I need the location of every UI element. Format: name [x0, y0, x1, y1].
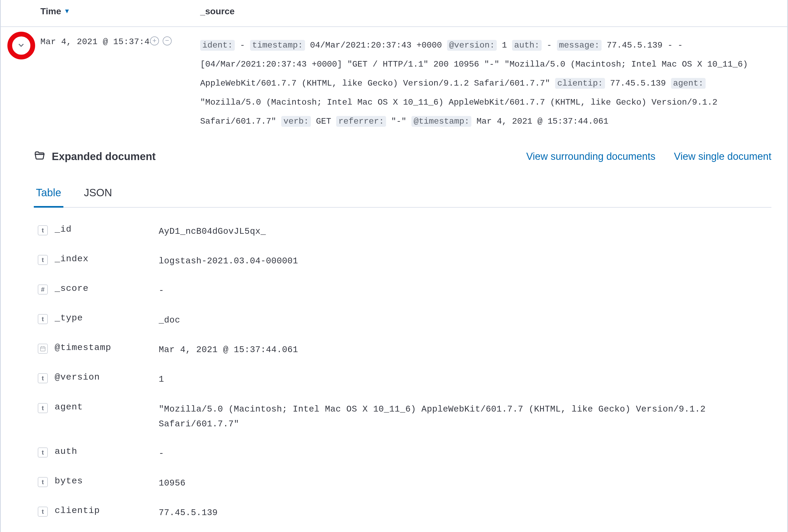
- field-value: AyD1_ncB04dGovJL5qx_: [159, 224, 771, 239]
- source-key: @version:: [447, 40, 497, 51]
- field-name: _score: [48, 283, 159, 294]
- field-row: t_indexlogstash-2021.03.04-000001: [38, 247, 771, 276]
- field-row: tagent"Mozilla/5.0 (Macintosh; Intel Mac…: [38, 395, 771, 439]
- field-name: _index: [48, 254, 159, 264]
- text-type-icon: t: [38, 225, 48, 235]
- source-key: ident:: [200, 40, 235, 51]
- expanded-title-text: Expanded document: [52, 151, 156, 162]
- field-row: thostlocalhost: [38, 528, 771, 532]
- source-value: GET: [311, 117, 336, 126]
- folder-open-icon: [34, 150, 45, 163]
- source-key: referrer:: [336, 116, 386, 127]
- field-row: t_type_doc: [38, 306, 771, 335]
- column-source-label: _source: [200, 6, 235, 16]
- field-name: clientip: [48, 506, 159, 516]
- source-value: 77.45.5.139: [605, 78, 671, 88]
- text-type-icon: t: [38, 507, 48, 517]
- time-cell: Mar 4, 2021 @ 15:37:44 + −: [40, 35, 162, 131]
- discover-panel: Time ▼ _source Mar 4, 2021 @ 15:37:44 + …: [0, 0, 788, 532]
- time-value: Mar 4, 2021 @ 15:37:44: [40, 37, 155, 47]
- field-name: @timestamp: [48, 342, 159, 353]
- column-source[interactable]: _source: [200, 6, 235, 16]
- field-name: bytes: [48, 476, 159, 486]
- tabs: Table JSON: [34, 182, 771, 208]
- highlight-circle-icon: [7, 32, 35, 59]
- field-value: 1: [159, 372, 771, 387]
- field-row: tclientip77.45.5.139: [38, 498, 771, 528]
- column-time[interactable]: Time ▼: [40, 6, 70, 16]
- field-row: tauth-: [38, 439, 771, 469]
- source-value: 04/Mar/2021:20:37:43 +0000: [305, 40, 447, 50]
- expanded-header: Expanded document View surrounding docum…: [34, 150, 771, 163]
- sort-desc-icon[interactable]: ▼: [64, 7, 70, 15]
- field-value: Mar 4, 2021 @ 15:37:44.061: [159, 342, 771, 357]
- source-key: verb:: [281, 116, 311, 127]
- text-type-icon: t: [38, 255, 48, 265]
- calendar-icon: [38, 344, 48, 354]
- field-name: @version: [48, 372, 159, 382]
- expanded-links: View surrounding documents View single d…: [526, 151, 771, 162]
- field-row: tbytes10956: [38, 469, 771, 498]
- source-value: Mar 4, 2021 @ 15:37:44.061: [471, 117, 608, 126]
- field-row: t_idAyD1_ncB04dGovJL5qx_: [38, 217, 771, 247]
- svg-rect-0: [40, 347, 45, 351]
- text-type-icon: t: [38, 448, 48, 457]
- fields-table: t_idAyD1_ncB04dGovJL5qx_t_indexlogstash-…: [34, 217, 771, 532]
- expanded-title: Expanded document: [34, 150, 156, 163]
- text-type-icon: t: [38, 314, 48, 324]
- source-value: "-": [386, 117, 411, 126]
- field-value: -: [159, 447, 771, 461]
- number-type-icon: #: [38, 284, 48, 295]
- field-name: _id: [48, 224, 159, 234]
- view-surrounding-link[interactable]: View surrounding documents: [526, 151, 655, 162]
- add-filter-icon[interactable]: +: [150, 37, 159, 45]
- text-type-icon: t: [38, 477, 48, 487]
- field-name: agent: [48, 402, 159, 412]
- table-header: Time ▼ _source: [1, 0, 787, 26]
- field-value: _doc: [159, 313, 771, 328]
- field-name: auth: [48, 447, 159, 456]
- document-row: Mar 4, 2021 @ 15:37:44 + − ident: - time…: [1, 26, 787, 131]
- source-cell: ident: - timestamp: 04/Mar/2021:20:37:43…: [162, 35, 787, 131]
- view-single-link[interactable]: View single document: [674, 151, 771, 162]
- source-value: 1: [497, 40, 512, 50]
- expanded-document: Expanded document View surrounding docum…: [1, 131, 787, 532]
- field-row: #_score-: [38, 276, 771, 306]
- remove-filter-icon[interactable]: −: [163, 37, 172, 45]
- source-key: message:: [557, 40, 602, 51]
- field-value: logstash-2021.03.04-000001: [159, 254, 771, 269]
- source-value: -: [541, 40, 557, 50]
- field-value: 10956: [159, 476, 771, 491]
- source-key: agent:: [671, 78, 706, 89]
- tab-json[interactable]: JSON: [82, 182, 114, 207]
- source-key: clientip:: [555, 78, 605, 89]
- text-type-icon: t: [38, 373, 48, 383]
- column-time-label: Time: [40, 6, 61, 16]
- field-value: "Mozilla/5.0 (Macintosh; Intel Mac OS X …: [159, 402, 771, 432]
- tab-table[interactable]: Table: [34, 182, 63, 208]
- expand-cell: [1, 35, 40, 131]
- field-row: t@version1: [38, 365, 771, 394]
- source-key: auth:: [512, 40, 541, 51]
- field-row: @timestampMar 4, 2021 @ 15:37:44.061: [38, 335, 771, 365]
- field-name: _type: [48, 313, 159, 323]
- field-value: -: [159, 283, 771, 298]
- source-key: timestamp:: [250, 40, 305, 51]
- text-type-icon: t: [38, 403, 48, 413]
- source-value: -: [235, 40, 250, 50]
- field-value: 77.45.5.139: [159, 506, 771, 520]
- source-key: @timestamp:: [411, 116, 471, 127]
